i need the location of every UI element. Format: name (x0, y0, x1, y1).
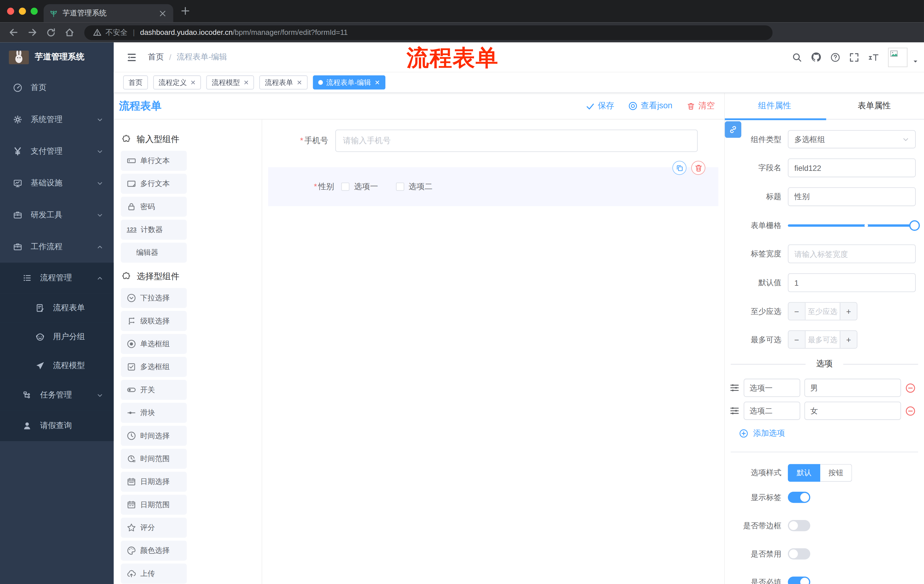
palette-item[interactable]: 单选框组 (121, 334, 187, 354)
tag-process-definition[interactable]: 流程定义 ✕ (153, 76, 201, 89)
macos-minimize-button[interactable] (19, 8, 26, 15)
min-select-input[interactable] (806, 303, 840, 320)
avatar-caret-down-icon[interactable] (913, 59, 918, 64)
clear-button[interactable]: 清空 (686, 100, 715, 111)
palette-item[interactable]: 单行文本 (121, 151, 187, 171)
palette-item[interactable]: 下拉选择 (121, 288, 187, 308)
sidebar-item-task-management[interactable]: 任务管理 (0, 380, 114, 410)
tag-close-icon[interactable]: ✕ (244, 79, 249, 86)
palette-item[interactable]: 多行文本 (121, 174, 187, 194)
reload-icon[interactable] (46, 28, 56, 38)
default-value-input[interactable] (788, 273, 916, 292)
link-drawer-handle[interactable] (725, 122, 741, 138)
minus-button[interactable]: − (789, 331, 806, 348)
sidebar-item-infrastructure[interactable]: 基础设施 (0, 167, 114, 199)
tag-close-icon[interactable]: ✕ (190, 79, 196, 86)
fullscreen-icon[interactable] (849, 52, 859, 62)
tag-home[interactable]: 首页 (123, 76, 148, 89)
palette-item[interactable]: 开关 (121, 380, 187, 400)
palette-item[interactable]: 123 计数器 (121, 220, 187, 240)
palette-item[interactable]: 级联选择 (121, 311, 187, 331)
palette-item[interactable]: 时间范围 (121, 449, 187, 469)
toggle-with-border[interactable] (788, 520, 810, 531)
address-bar[interactable]: 不安全 | dashboard.yudao.iocoder.cn/bpm/man… (84, 25, 772, 40)
palette-item[interactable]: 滑块 (121, 403, 187, 423)
search-icon[interactable] (792, 52, 802, 62)
sidebar-item-process-management[interactable]: 流程管理 (0, 263, 114, 293)
tag-process-form[interactable]: 流程表单 ✕ (260, 76, 307, 89)
breadcrumb-home[interactable]: 首页 (148, 52, 164, 62)
collapse-sidebar-icon[interactable] (126, 51, 137, 63)
sidebar-item-home[interactable]: 首页 (0, 72, 114, 104)
plus-button[interactable]: + (840, 303, 857, 320)
sidebar-item-workflow[interactable]: 工作流程 (0, 231, 114, 263)
remove-option-icon[interactable] (905, 383, 916, 393)
minus-button[interactable]: − (789, 303, 806, 320)
toggle-show-label[interactable] (788, 492, 810, 503)
option-style-button[interactable]: 按钮 (820, 464, 852, 482)
sidebar-item-leave-query[interactable]: 请假查询 (0, 411, 114, 441)
help-icon[interactable] (830, 52, 840, 62)
tab-close-icon[interactable] (158, 8, 167, 18)
font-size-icon[interactable] (868, 52, 879, 62)
sidebar-item-user-group[interactable]: 用户分组 (0, 322, 114, 351)
phone-input[interactable]: 请输入手机号 (335, 130, 698, 152)
option-value-input[interactable] (805, 378, 901, 397)
option-label-input[interactable] (744, 402, 800, 420)
gender-checkbox-option[interactable]: 选项一 (341, 181, 378, 192)
slider-handle[interactable] (909, 220, 920, 230)
plus-button[interactable]: + (840, 331, 857, 348)
tag-close-icon[interactable]: ✕ (375, 79, 380, 86)
new-tab-icon[interactable] (180, 6, 190, 16)
palette-item[interactable]: 颜色选择 (121, 541, 187, 561)
user-avatar[interactable] (888, 48, 908, 67)
form-canvas[interactable]: *手机号 请输入手机号 *性别 选项一 选项二 (262, 119, 724, 584)
max-select-input[interactable] (806, 331, 840, 348)
option-style-default[interactable]: 默认 (788, 464, 820, 482)
field-name-input[interactable] (788, 158, 916, 177)
github-icon[interactable] (811, 52, 822, 62)
add-option-button[interactable]: 添加选项 (739, 428, 924, 439)
palette-item[interactable]: 编辑器 (121, 243, 187, 263)
option-label-input[interactable] (744, 378, 800, 397)
palette-item[interactable]: 上传 (121, 564, 187, 584)
toggle-required[interactable] (788, 577, 810, 584)
forward-icon[interactable] (27, 27, 38, 38)
option-value-input[interactable] (805, 402, 901, 420)
title-input[interactable] (788, 187, 916, 206)
drag-handle-icon[interactable] (729, 406, 739, 416)
palette-item[interactable]: 多选框组 (121, 357, 187, 377)
palette-item[interactable]: 评分 (121, 518, 187, 538)
toggle-disabled[interactable] (788, 548, 810, 559)
palette-item[interactable]: 日期选择 (121, 472, 187, 492)
view-json-button[interactable]: 查看json (629, 100, 672, 111)
tag-process-form-edit[interactable]: 流程表单-编辑 ✕ (313, 76, 385, 89)
home-icon[interactable] (64, 27, 75, 38)
remove-option-icon[interactable] (905, 405, 916, 416)
sidebar-item-system-management[interactable]: 系统管理 (0, 104, 114, 135)
tab-component-props[interactable]: 组件属性 (725, 93, 824, 119)
browser-tab[interactable]: 芋道管理系统 (44, 4, 173, 22)
tag-process-model[interactable]: 流程模型 ✕ (206, 76, 254, 89)
form-grid-slider[interactable] (788, 216, 916, 234)
selected-gender-component[interactable]: *性别 选项一 选项二 (268, 167, 718, 206)
copy-component-button[interactable] (672, 161, 686, 175)
macos-close-button[interactable] (7, 8, 14, 15)
phone-field-row[interactable]: *手机号 请输入手机号 (262, 130, 698, 152)
palette-item[interactable]: 时间选择 (121, 426, 187, 446)
component-type-select[interactable]: 多选框组 (788, 130, 916, 148)
delete-component-button[interactable] (691, 161, 705, 175)
save-button[interactable]: 保存 (586, 100, 614, 111)
sidebar-item-dev-tools[interactable]: 研发工具 (0, 199, 114, 231)
palette-item[interactable]: 日期范围 (121, 495, 187, 515)
palette-item[interactable]: 密码 (121, 197, 187, 217)
sidebar-item-payment-management[interactable]: 支付管理 (0, 135, 114, 167)
tab-form-props[interactable]: 表单属性 (825, 93, 924, 119)
macos-zoom-button[interactable] (31, 8, 38, 15)
back-icon[interactable] (8, 27, 19, 38)
gender-checkbox-option[interactable]: 选项二 (396, 181, 432, 192)
tag-close-icon[interactable]: ✕ (297, 79, 302, 86)
drag-handle-icon[interactable] (729, 383, 739, 393)
label-width-input[interactable] (788, 244, 916, 263)
sidebar-item-process-form[interactable]: 流程表单 (0, 293, 114, 322)
